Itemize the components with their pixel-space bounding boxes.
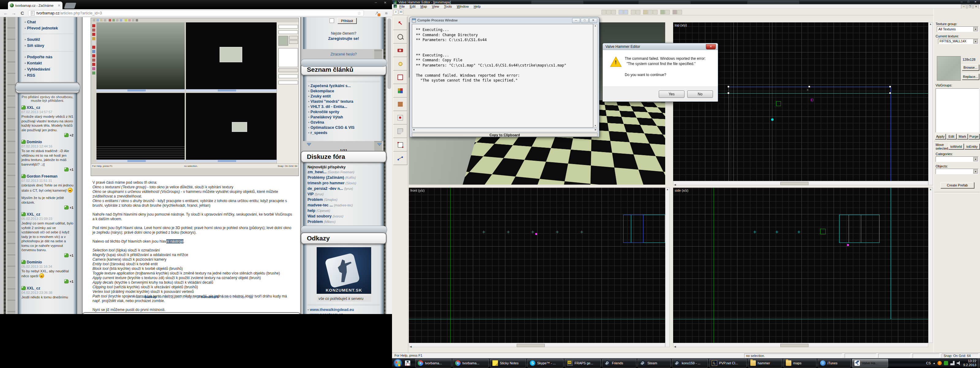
alert-tray-icon[interactable]: !: [937, 361, 942, 365]
selection-tool-icon[interactable]: ↖: [393, 16, 407, 30]
hammer-window-controls[interactable]: ─ □ ✕: [961, 0, 979, 3]
taskbar-app-lol-client[interactable]: LPVP.net Cl...: [709, 359, 747, 367]
register-link[interactable]: Zaregistrujte se!: [303, 36, 384, 41]
taskbar-app-steam[interactable]: Steam: [638, 359, 671, 367]
network-tray-icon[interactable]: [950, 361, 955, 365]
block-tool-icon[interactable]: [393, 70, 407, 84]
taskbar-app-skype[interactable]: SSkype™ - ...: [527, 359, 563, 367]
sidebar-item[interactable]: RSS: [24, 72, 77, 78]
viewport-side[interactable]: side (x/z): [673, 188, 928, 343]
compile-window-controls[interactable]: ─□✕: [572, 18, 597, 23]
menu-view[interactable]: View: [432, 5, 439, 8]
shout-user[interactable]: XXL_cz: [27, 286, 40, 290]
toworld-button[interactable]: toWorld: [948, 144, 964, 149]
replace-button[interactable]: Replace...: [962, 74, 979, 80]
start-button[interactable]: [393, 359, 402, 367]
apply-texture-tool-icon[interactable]: [393, 98, 407, 111]
sidebar-item[interactable]: Podpořte nás: [24, 54, 77, 60]
browser-window-controls[interactable]: ─ ✕: [375, 1, 390, 4]
apply-decals-tool-icon[interactable]: [393, 111, 407, 125]
sidebar-item[interactable]: Soutěž: [24, 37, 77, 43]
chevron-down-icon[interactable]: ▼: [973, 27, 978, 31]
front-view-vscroll[interactable]: ▲: [665, 188, 670, 347]
visgroups-list[interactable]: [935, 88, 979, 133]
purge-button[interactable]: Purge: [968, 134, 979, 139]
clock[interactable]: 13:22 9.2.2013: [963, 359, 976, 367]
article-link[interactable]: Ozvěna: [308, 120, 384, 125]
remember-checkbox[interactable]: [329, 18, 334, 23]
article-link[interactable]: VHLT 3. díl - Entita...: [308, 104, 384, 109]
vote-icon[interactable]: [64, 253, 68, 257]
taskbar-app-steam-chat[interactable]: kono159 - ...: [672, 359, 708, 367]
current-texture-select[interactable]: FIFTIES_WALL14X▼: [938, 38, 978, 44]
create-prefab-button[interactable]: Create Prefab: [940, 182, 974, 188]
shout-user[interactable]: XXL_cz: [27, 106, 40, 110]
sidebar-item[interactable]: Převod jednotek: [24, 25, 77, 31]
browser-tab[interactable]: tvorbamap.cz - Začínáme ✕: [8, 2, 62, 9]
grid-toggle-icon[interactable]: ⌗: [393, 10, 398, 14]
volume-muted-icon[interactable]: [957, 361, 961, 365]
taskbar-app-itunes[interactable]: ♪iTunes: [818, 359, 851, 367]
copy-to-clipboard-button[interactable]: Copy to Clipboard: [412, 133, 598, 137]
sidebar-item[interactable]: Síň slávy: [24, 43, 77, 49]
chevron-down-icon[interactable]: ▼: [973, 39, 978, 43]
bookmark-star-icon[interactable]: ☆: [357, 11, 361, 16]
forum-thread[interactable]: Problem (Smajlos): [307, 197, 381, 202]
article-link[interactable]: Dekompilace: [308, 89, 384, 94]
back-icon[interactable]: ←: [2, 10, 9, 16]
page-scrollbar[interactable]: [387, 17, 392, 314]
clipping-tool-icon[interactable]: [393, 125, 407, 138]
article-link[interactable]: Vlastní "modrá" textura: [308, 99, 384, 104]
vote-icon[interactable]: [64, 279, 68, 283]
taskbar-app-steam-friends[interactable]: Friends: [602, 359, 636, 367]
front-view-hscroll[interactable]: ◀: [409, 343, 665, 347]
error-dialog[interactable]: Valve Hammer Editor ✕ The command failed…: [602, 43, 718, 102]
toentity-button[interactable]: toEntity: [964, 144, 980, 149]
close-icon[interactable]: ✕: [706, 44, 716, 50]
language-indicator[interactable]: CS: [926, 361, 931, 365]
article-link[interactable]: Pokročilé sprity: [308, 109, 384, 115]
shout-user[interactable]: Dominio: [27, 260, 42, 264]
address-bar[interactable]: tvorbamap.cz /articles.php?article_id=3 …: [28, 10, 364, 16]
path-tool-icon[interactable]: [393, 152, 407, 165]
show-desktop-button[interactable]: [978, 358, 980, 368]
sidebar-item[interactable]: Vyhledávání: [24, 66, 77, 72]
taskbar-app-hammer[interactable]: Valve Ha...: [852, 359, 888, 367]
taskbar-app-folder-hammer[interactable]: hammer: [748, 359, 782, 367]
forum-thread[interactable]: de_persia2 -dev n... (lyrux): [307, 186, 381, 191]
reload-icon[interactable]: C: [19, 10, 26, 16]
compile-titlebar[interactable]: Compile Process Window ─□✕: [410, 17, 599, 23]
taskbar-app-fraps[interactable]: FRAPS ge...: [565, 359, 601, 367]
vote-icon[interactable]: [64, 205, 68, 210]
side-view-vscroll[interactable]: ▲: [928, 188, 933, 343]
chevron-down-icon[interactable]: ▼: [973, 169, 978, 174]
browser-menu-icon[interactable]: ≡: [383, 10, 389, 16]
grid3d-toggle-icon[interactable]: 3D: [399, 10, 403, 14]
extension-icon[interactable]: !: [374, 10, 380, 16]
author-link[interactable]: Backup: [145, 295, 157, 299]
top-view-vscroll[interactable]: ▲: [928, 22, 933, 185]
new-tab-button[interactable]: [64, 3, 76, 9]
forum-thread[interactable]: Problémy (Začínám) (KoRis): [307, 175, 381, 180]
taskbar-app-chrome-2[interactable]: tvorbama...: [453, 359, 489, 367]
menu-tools[interactable]: Tools: [444, 5, 452, 8]
external-link[interactable]: www.nonsteam.cz: [307, 312, 343, 314]
sidebar-item[interactable]: Chat: [24, 19, 77, 25]
categories-select[interactable]: ▼: [935, 157, 978, 162]
camera-tool-icon[interactable]: [393, 43, 407, 57]
shout-user[interactable]: Gordon Freeman: [27, 174, 57, 179]
article-link[interactable]: r_speeds: [308, 130, 384, 136]
page-next-icon[interactable]: [377, 143, 382, 146]
article-link[interactable]: Optimalizace CSG & VIS: [308, 125, 384, 130]
comments-link[interactable]: 7 Komentářů: [198, 295, 219, 299]
pinned-floppy-icon[interactable]: [405, 360, 410, 366]
tray-expand-icon[interactable]: ▲: [933, 362, 935, 365]
vertex-tool-icon[interactable]: [393, 138, 407, 152]
side-view-hscroll[interactable]: ◀: [673, 343, 928, 347]
forum-thread[interactable]: Problem (Mikerc): [307, 219, 381, 224]
taskbar-app-sticky-notes[interactable]: Sticky Notes: [490, 359, 526, 367]
forward-icon[interactable]: →: [10, 10, 17, 16]
objects-select[interactable]: ▼: [935, 169, 978, 174]
compile-process-window[interactable]: Compile Process Window ─□✕ ** Executing.…: [409, 17, 599, 137]
forum-thread[interactable]: Wad soubory (ivoros): [307, 214, 381, 219]
